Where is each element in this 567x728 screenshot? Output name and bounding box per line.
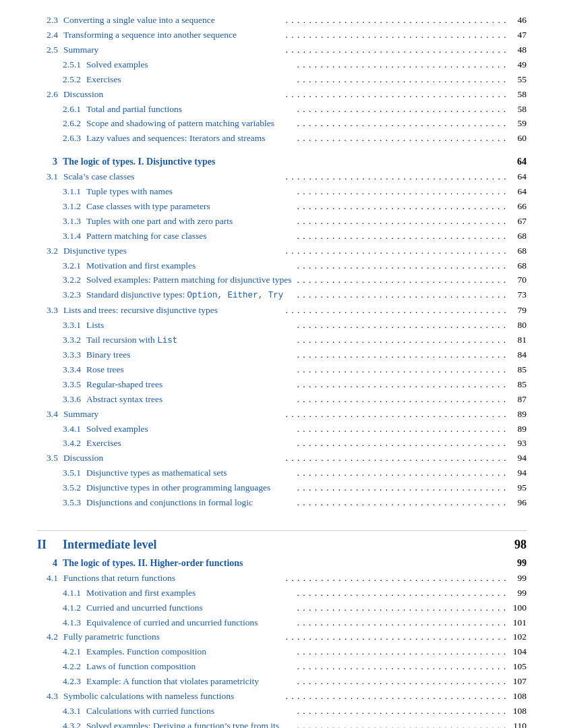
dots: . . . . . . . . . . . . . . . . . . . . …	[295, 601, 508, 615]
toc-line: 3.5.3Disjunctions and conjunctions in fo…	[37, 496, 527, 510]
section-page: 48	[508, 43, 527, 57]
section-page: 64	[508, 185, 527, 199]
chapter-page: 99	[508, 556, 527, 571]
dots: . . . . . . . . . . . . . . . . . . . . …	[295, 132, 508, 146]
section-page: 110	[508, 719, 527, 728]
section-page: 68	[508, 244, 527, 258]
dots: . . . . . . . . . . . . . . . . . . . . …	[295, 117, 508, 131]
section-number: 3.3.5	[37, 378, 86, 392]
toc-line: 3.1.2Case classes with type parameters .…	[37, 200, 527, 214]
section-number: 3.5.3	[37, 496, 86, 510]
section-title: Summary	[63, 408, 283, 422]
section-title: Equivalence of curried and uncurried fun…	[86, 616, 295, 630]
toc-line: 3.5Discussion . . . . . . . . . . . . . …	[37, 451, 527, 466]
section-number: 3.1.1	[37, 185, 86, 199]
dots: . . . . . . . . . . . . . . . . . . . . …	[295, 466, 508, 480]
section-number: 2.5.1	[37, 58, 86, 72]
toc-line: 3.3.5Regular-shaped trees . . . . . . . …	[37, 378, 527, 392]
toc-line: 4.3Symbolic calculations with nameless f…	[37, 690, 527, 704]
section-title: Total and partial functions	[86, 103, 295, 117]
toc-line: 2.6Discussion . . . . . . . . . . . . . …	[37, 88, 527, 102]
section-page: 81	[508, 333, 527, 347]
section-number: 4.1	[37, 571, 63, 586]
section-title: Solved examples: Deriving a function’s t…	[86, 719, 295, 728]
section-number: 3.4.1	[37, 422, 86, 437]
toc-line: 2.5.1Solved examples . . . . . . . . . .…	[37, 58, 527, 72]
dots: . . . . . . . . . . . . . . . . . . . . …	[295, 645, 508, 659]
section-number: 4.1.3	[37, 616, 86, 630]
toc-line: 3.3.6Abstract syntax trees . . . . . . .…	[37, 393, 527, 407]
section-number: 4.3.2	[37, 719, 86, 728]
section-title: Disjunctive types as mathematical sets	[86, 466, 295, 480]
section-title: Lists	[86, 318, 295, 333]
toc-line: 2.6.1Total and partial functions . . . .…	[37, 103, 527, 117]
section-number: 3.1	[37, 170, 63, 184]
section-page: 84	[508, 348, 527, 362]
section-title: Functions that return functions	[63, 571, 283, 586]
toc-line: 2.5Summary . . . . . . . . . . . . . . .…	[37, 43, 527, 57]
section-page: 96	[508, 496, 527, 510]
toc-line: 4.1.3Equivalence of curried and uncurrie…	[37, 616, 527, 630]
dots: . . . . . . . . . . . . . . . . . . . . …	[295, 481, 508, 495]
section-page: 94	[508, 451, 527, 466]
dots: . . . . . . . . . . . . . . . . . . . . …	[295, 660, 508, 674]
dots: . . . . . . . . . . . . . . . . . . . . …	[295, 363, 508, 377]
dots: . . . . . . . . . . . . . . . . . . . . …	[295, 393, 508, 407]
section-page: 85	[508, 363, 527, 377]
dots: . . . . . . . . . . . . . . . . . . . . …	[295, 422, 508, 437]
section-title: Disjunctive types	[63, 244, 283, 258]
toc-line: 3.2Disjunctive types . . . . . . . . . .…	[37, 244, 527, 258]
chapter-title: The logic of types. II. Higher-order fun…	[63, 556, 282, 571]
section-page: 70	[508, 273, 527, 287]
section-page: 102	[508, 630, 527, 644]
section-title: Tuple types with names	[86, 185, 295, 199]
section-title: Discussion	[63, 88, 283, 102]
section-number: 3.4	[37, 408, 63, 422]
section-page: 108	[508, 690, 527, 704]
toc-line: 4.3.1Calculations with curried functions…	[37, 704, 527, 719]
section-page: 49	[508, 58, 527, 72]
part-page: 98	[514, 538, 527, 552]
dots: . . . . . . . . . . . . . . . . . . . . …	[295, 185, 508, 199]
section-page: 100	[508, 601, 527, 615]
section-number: 3.3	[37, 304, 63, 318]
dots: . . . . . . . . . . . . . . . . . . . . …	[295, 496, 508, 510]
dots: . . . . . . . . . . . . . . . . . . . . …	[282, 13, 508, 28]
toc-line: 3.3.1Lists . . . . . . . . . . . . . . .…	[37, 318, 527, 333]
section-title: Rose trees	[86, 363, 295, 377]
section-page: 79	[508, 304, 527, 318]
section-page: 95	[508, 481, 527, 495]
chapter-page: 64	[508, 155, 527, 169]
section-number: 4.2.2	[37, 660, 86, 674]
section-title: Scope and shadowing of pattern matching …	[86, 117, 295, 131]
toc-line: 3.1Scala’s case classes . . . . . . . . …	[37, 170, 527, 184]
chapter-line: 4The logic of types. II. Higher-order fu…	[37, 556, 527, 571]
section-page: 73	[508, 288, 527, 302]
dots: . . . . . . . . . . . . . . . . . . . . …	[295, 616, 508, 630]
section-number: 3.2.3	[37, 288, 86, 302]
section-title: Laws of function composition	[86, 660, 295, 674]
dots: . . . . . . . . . . . . . . . . . . . . …	[295, 259, 508, 273]
chapter-line: 3The logic of types. I. Disjunctive type…	[37, 155, 527, 169]
section-title: Solved examples	[86, 422, 295, 437]
section-page: 58	[508, 103, 527, 117]
section-number: 4.2.3	[37, 675, 86, 689]
section-number: 2.4	[37, 28, 63, 43]
part-title: Intermediate level	[63, 538, 514, 552]
section-number: 2.6	[37, 88, 63, 102]
toc-line: 3.5.1Disjunctive types as mathematical s…	[37, 466, 527, 480]
section-page: 107	[508, 675, 527, 689]
dots: . . . . . . . . . . . . . . . . . . . . …	[295, 215, 508, 229]
section-title: Exercises	[86, 73, 295, 87]
dots: . . . . . . . . . . . . . . . . . . . . …	[295, 288, 508, 302]
toc-line: 4.3.2Solved examples: Deriving a functio…	[37, 719, 527, 728]
dots: . . . . . . . . . . . . . . . . . . . . …	[295, 586, 508, 600]
section-page: 99	[508, 571, 527, 586]
section-title: Disjunctive types in other programming l…	[86, 481, 295, 495]
section-page: 87	[508, 393, 527, 407]
section-page: 108	[508, 704, 527, 719]
section-page: 68	[508, 259, 527, 273]
dots: . . . . . . . . . . . . . . . . . . . . …	[282, 408, 508, 422]
section-title: Lists and trees: recursive disjunctive t…	[63, 304, 283, 318]
section-title: Motivation and first examples	[86, 259, 295, 273]
